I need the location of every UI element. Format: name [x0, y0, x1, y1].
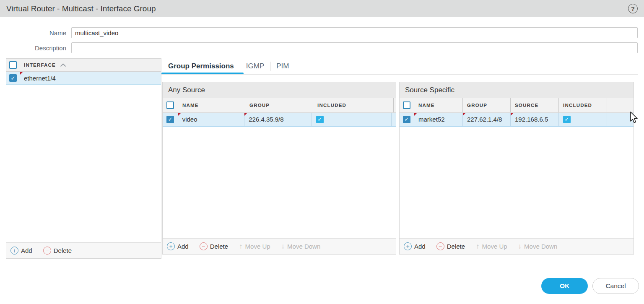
interface-row-ethernet1-4[interactable]: ✓ ethernet1/4: [6, 72, 161, 85]
delete-label: Delete: [447, 243, 465, 250]
interface-add-button[interactable]: + Add: [10, 247, 32, 255]
description-input[interactable]: [71, 42, 638, 53]
name-cell[interactable]: video: [178, 113, 245, 126]
any-source-title: Any Source: [163, 82, 396, 98]
move-up-label: Move Up: [482, 243, 507, 250]
arrow-down-icon: ↓: [281, 242, 285, 251]
tab-group-permissions[interactable]: Group Permissions: [162, 62, 240, 70]
group-value: 227.62.1.4/8: [467, 116, 502, 123]
cancel-button[interactable]: Cancel: [592, 278, 639, 294]
arrow-up-icon: ↑: [239, 242, 243, 251]
name-value: video: [182, 116, 197, 123]
group-cell[interactable]: 226.4.35.9/8: [244, 113, 312, 126]
interface-delete-button[interactable]: − Delete: [43, 247, 72, 255]
active-tab-underline: [161, 73, 244, 74]
header-gutter: [607, 98, 634, 112]
source-specific-toolbar: + Add − Delete ↑ Move Up ↓ Move Down: [400, 238, 634, 254]
any-source-panel: Any Source NAME GROUP INCLUDED ✓ video 2…: [162, 82, 396, 255]
add-icon: +: [167, 242, 175, 250]
included-checkbox[interactable]: ✓: [316, 116, 324, 123]
interface-name: ethernet1/4: [24, 75, 56, 82]
name-input[interactable]: [71, 27, 638, 38]
included-cell: ✓: [559, 113, 607, 126]
tab-pim[interactable]: PIM: [270, 62, 295, 70]
arrow-down-icon: ↓: [518, 242, 522, 251]
any-source-column-included[interactable]: INCLUDED: [313, 98, 394, 112]
group-cell[interactable]: 227.62.1.4/8: [463, 113, 511, 126]
add-label: Add: [177, 243, 189, 250]
any-source-column-name[interactable]: NAME: [178, 98, 245, 112]
any-source-row-video[interactable]: ✓ video 226.4.35.9/8 ✓: [163, 113, 396, 127]
any-source-add-button[interactable]: + Add: [167, 242, 189, 250]
delete-icon: −: [200, 242, 208, 250]
edited-marker: [414, 113, 417, 116]
interface-column-label: INTERFACE: [24, 62, 56, 68]
group-value: 226.4.35.9/8: [249, 116, 283, 123]
sort-ascending-icon: [60, 63, 66, 67]
any-source-delete-button[interactable]: − Delete: [200, 242, 228, 250]
dialog-titlebar: Virtual Router - Multicast - Interface G…: [0, 0, 644, 17]
source-specific-delete-button[interactable]: − Delete: [436, 242, 465, 250]
any-source-select-all-checkbox[interactable]: [166, 101, 174, 109]
add-icon: +: [10, 247, 18, 255]
add-label: Add: [21, 247, 32, 254]
row-checkbox[interactable]: ✓: [166, 116, 174, 123]
delete-icon: −: [436, 242, 444, 250]
description-label: Description: [0, 44, 66, 52]
name-cell[interactable]: market52: [414, 113, 463, 126]
interface-column-header[interactable]: INTERFACE: [20, 59, 161, 71]
row-checkbox[interactable]: ✓: [403, 116, 410, 123]
interface-toolbar: + Add − Delete: [6, 242, 161, 258]
header-gutter: [394, 98, 396, 112]
move-up-label: Move Up: [245, 243, 270, 250]
tab-bar-divider: [161, 74, 638, 75]
source-specific-title: Source Specific: [400, 82, 634, 98]
interface-select-all-cell: [6, 59, 20, 71]
row-check-cell: ✓: [400, 113, 414, 126]
any-source-select-all-cell: [163, 98, 178, 112]
source-value: 192.168.6.5: [515, 116, 548, 123]
source-specific-column-name[interactable]: NAME: [414, 98, 463, 112]
dialog-title: Virtual Router - Multicast - Interface G…: [6, 4, 628, 13]
source-specific-move-down-button[interactable]: ↓ Move Down: [518, 242, 558, 251]
source-specific-select-all-checkbox[interactable]: [403, 101, 410, 109]
arrow-up-icon: ↑: [476, 242, 480, 251]
interface-row-checkbox[interactable]: ✓: [9, 74, 17, 82]
source-specific-panel: Source Specific NAME GROUP SOURCE INCLUD…: [399, 82, 634, 255]
interface-cell: ethernet1/4: [20, 72, 161, 84]
any-source-table-header: NAME GROUP INCLUDED: [163, 98, 396, 113]
delete-label: Delete: [54, 247, 72, 254]
source-specific-select-all-cell: [400, 98, 414, 112]
source-specific-move-up-button[interactable]: ↑ Move Up: [476, 242, 507, 251]
row-gutter: [607, 113, 634, 126]
edited-marker: [244, 113, 247, 116]
edited-marker: [463, 113, 466, 116]
any-source-move-up-button[interactable]: ↑ Move Up: [239, 242, 270, 251]
name-label: Name: [0, 29, 66, 36]
source-specific-table-header: NAME GROUP SOURCE INCLUDED: [400, 98, 634, 113]
edited-marker: [20, 72, 23, 75]
virtual-router-multicast-dialog: Virtual Router - Multicast - Interface G…: [0, 0, 644, 304]
source-specific-column-source[interactable]: SOURCE: [511, 98, 559, 112]
included-cell: ✓: [312, 113, 392, 126]
ok-button[interactable]: OK: [541, 278, 588, 294]
source-specific-column-included[interactable]: INCLUDED: [559, 98, 607, 112]
interface-row-check-cell: ✓: [6, 72, 20, 84]
source-cell[interactable]: 192.168.6.5: [511, 113, 559, 126]
edited-marker: [178, 113, 181, 116]
source-specific-add-button[interactable]: + Add: [404, 242, 426, 250]
interface-select-all-checkbox[interactable]: [9, 61, 17, 69]
tab-igmp[interactable]: IGMP: [240, 62, 270, 70]
any-source-column-group[interactable]: GROUP: [245, 98, 313, 112]
source-specific-row-market52[interactable]: ✓ market52 227.62.1.4/8 192.168.6.5 ✓: [400, 113, 634, 127]
interface-table-header: INTERFACE: [6, 59, 161, 72]
move-down-label: Move Down: [524, 243, 557, 250]
edited-marker: [511, 113, 514, 116]
tab-bar: Group Permissions IGMP PIM: [162, 58, 295, 74]
any-source-move-down-button[interactable]: ↓ Move Down: [281, 242, 321, 251]
source-specific-column-group[interactable]: GROUP: [463, 98, 511, 112]
help-icon[interactable]: ?: [628, 4, 638, 13]
included-checkbox[interactable]: ✓: [563, 116, 571, 123]
row-check-cell: ✓: [163, 113, 178, 126]
any-source-toolbar: + Add − Delete ↑ Move Up ↓ Move Down: [163, 238, 396, 254]
